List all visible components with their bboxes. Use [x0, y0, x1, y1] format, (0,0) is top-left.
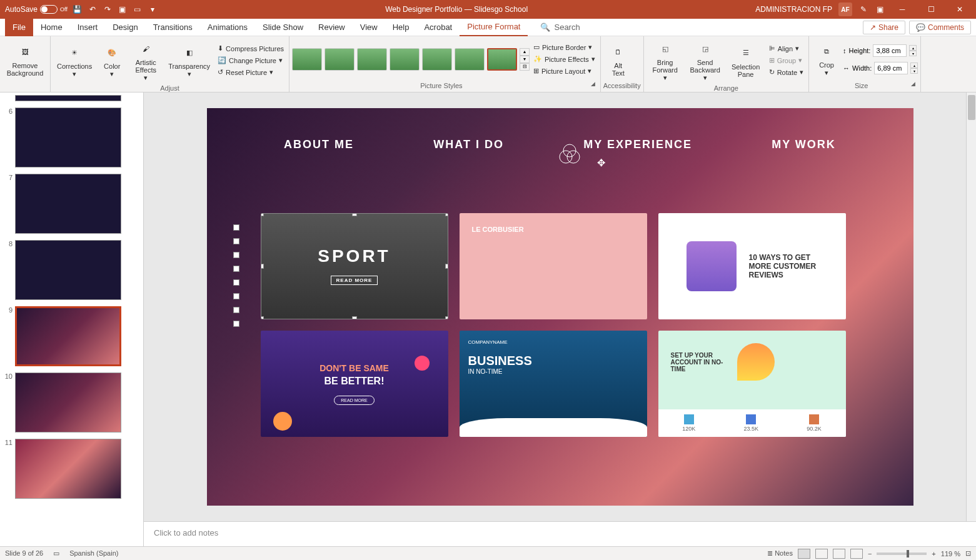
- save-icon[interactable]: 💾: [73, 4, 83, 14]
- alt-text-button[interactable]: 🗒 Alt Text: [603, 41, 633, 78]
- portfolio-card-business[interactable]: COMPANYNAME BUSINESS IN NO-TIME: [460, 331, 647, 437]
- tab-slideshow[interactable]: Slide Show: [255, 19, 311, 36]
- width-input[interactable]: [874, 62, 908, 74]
- zoom-level[interactable]: 119 %: [941, 550, 960, 558]
- artistic-effects-button[interactable]: 🖌 Artistic Effects ▾: [128, 38, 163, 83]
- slide-thumbnail[interactable]: [15, 372, 121, 432]
- undo-icon[interactable]: ↶: [88, 4, 98, 14]
- size-dialog-launcher[interactable]: ◢: [911, 81, 918, 91]
- style-preset[interactable]: [324, 48, 355, 71]
- slide-thumbnail[interactable]: [15, 240, 121, 300]
- zoom-out-button[interactable]: −: [868, 550, 872, 558]
- style-preset-selected[interactable]: [487, 48, 517, 71]
- maximize-button[interactable]: ☐: [920, 0, 942, 19]
- portfolio-card-sport[interactable]: SPORT READ MORE: [261, 213, 448, 319]
- align-button[interactable]: ⊫ Align ▾: [767, 43, 806, 54]
- picture-style-gallery[interactable]: ▴ ▾ ⊟: [292, 48, 530, 71]
- slide-canvas[interactable]: ABOUT ME WHAT I DO MY EXPERIENCE MY WORK…: [207, 108, 913, 506]
- animation-marker[interactable]: [233, 307, 239, 313]
- nav-work[interactable]: MY WORK: [772, 138, 836, 151]
- portfolio-card-space[interactable]: DON'T BE SAME BE BETTER! READ MORE: [261, 331, 448, 437]
- comments-button[interactable]: 💬 Comments: [909, 21, 971, 34]
- transparency-button[interactable]: ◧ Transparency ▾: [164, 41, 214, 79]
- minimize-button[interactable]: ─: [891, 0, 913, 19]
- resize-handle[interactable]: [352, 316, 357, 319]
- slide-thumbnail[interactable]: [15, 439, 121, 499]
- close-button[interactable]: ✕: [948, 0, 971, 19]
- ribbon-display-icon[interactable]: ▣: [875, 4, 885, 14]
- portfolio-card-startup[interactable]: SET UP YOUR ACCOUNT IN NO-TIME 120K 23.5…: [658, 331, 846, 437]
- nav-experience[interactable]: MY EXPERIENCE: [583, 138, 692, 151]
- slideshow-view-button[interactable]: [850, 549, 863, 559]
- gallery-down-button[interactable]: ▾: [520, 56, 530, 63]
- share-button[interactable]: ↗ Share: [863, 21, 905, 34]
- gallery-more-button[interactable]: ⊟: [520, 63, 530, 71]
- height-down[interactable]: ▾: [909, 51, 917, 56]
- resize-handle[interactable]: [261, 213, 264, 216]
- notes-pane[interactable]: Click to add notes: [144, 521, 976, 546]
- style-preset[interactable]: [455, 48, 485, 71]
- crop-button[interactable]: ⧉ Crop ▾: [812, 40, 842, 78]
- animation-marker[interactable]: [233, 252, 239, 258]
- picture-border-button[interactable]: ▭ Picture Border ▾: [531, 42, 598, 52]
- autosave-toggle[interactable]: AutoSave Off: [5, 5, 68, 14]
- slide-thumbnail-panel[interactable]: 6 7 8 9 10 11: [0, 92, 144, 546]
- portfolio-card-reviews[interactable]: 10 WAYS TO GET MORE CUSTOMER REVIEWS: [658, 213, 846, 319]
- send-backward-button[interactable]: ◲ Send Backward ▾: [685, 38, 725, 83]
- resize-handle[interactable]: [352, 213, 357, 216]
- qat-more-icon[interactable]: ▾: [148, 4, 158, 14]
- vertical-scrollbar[interactable]: [966, 92, 976, 521]
- color-button[interactable]: 🎨 Color ▾: [97, 41, 127, 79]
- slide-counter[interactable]: Slide 9 of 26: [5, 549, 43, 558]
- present-icon[interactable]: ▣: [118, 4, 128, 14]
- style-preset[interactable]: [390, 48, 420, 71]
- search-box[interactable]: 🔍 Search: [540, 22, 580, 32]
- animation-marker[interactable]: [233, 238, 239, 244]
- reset-picture-button[interactable]: ↺ Reset Picture ▾: [215, 67, 286, 78]
- corrections-button[interactable]: ☀ Corrections ▾: [53, 41, 96, 79]
- style-preset[interactable]: [357, 48, 387, 71]
- zoom-slider[interactable]: [877, 552, 927, 555]
- width-up[interactable]: ▴: [910, 62, 918, 68]
- tab-transitions[interactable]: Transitions: [146, 19, 200, 36]
- reading-view-button[interactable]: [833, 549, 845, 559]
- notes-toggle[interactable]: ≣ Notes: [767, 549, 793, 558]
- gallery-up-button[interactable]: ▴: [520, 48, 530, 56]
- tab-review[interactable]: Review: [311, 19, 353, 36]
- animation-marker[interactable]: [233, 279, 239, 286]
- redo-icon[interactable]: ↷: [103, 4, 113, 14]
- resize-handle[interactable]: [445, 264, 448, 269]
- slide-thumbnail[interactable]: [15, 174, 121, 234]
- slide-thumbnail-current[interactable]: [15, 306, 121, 366]
- touch-icon[interactable]: ▭: [133, 4, 143, 14]
- animation-marker[interactable]: [233, 321, 239, 327]
- coming-soon-icon[interactable]: ✎: [858, 4, 868, 14]
- resize-handle[interactable]: [261, 264, 264, 269]
- nav-about[interactable]: ABOUT ME: [284, 138, 354, 151]
- selection-pane-button[interactable]: ☰ Selection Pane: [727, 42, 765, 79]
- zoom-in-button[interactable]: +: [932, 550, 935, 558]
- compress-pictures-button[interactable]: ⬇ Compress Pictures: [215, 43, 286, 54]
- slide-thumbnail[interactable]: [15, 108, 121, 168]
- change-picture-button[interactable]: 🔄 Change Picture ▾: [215, 55, 286, 66]
- nav-what[interactable]: WHAT I DO: [433, 138, 504, 151]
- picture-effects-button[interactable]: ✨ Picture Effects ▾: [531, 54, 598, 64]
- resize-handle[interactable]: [445, 316, 448, 319]
- width-down[interactable]: ▾: [910, 68, 918, 74]
- rotate-button[interactable]: ↻ Rotate ▾: [767, 67, 806, 78]
- toggle-switch[interactable]: [40, 5, 58, 14]
- styles-dialog-launcher[interactable]: ◢: [591, 81, 598, 91]
- slide-thumbnail[interactable]: [15, 95, 121, 101]
- user-avatar[interactable]: AF: [838, 2, 852, 16]
- style-preset[interactable]: [292, 48, 322, 71]
- tab-insert[interactable]: Insert: [70, 19, 106, 36]
- picture-layout-button[interactable]: ⊞ Picture Layout ▾: [531, 66, 598, 76]
- bring-forward-button[interactable]: ◱ Bring Forward ▾: [646, 38, 684, 83]
- height-input[interactable]: [873, 44, 907, 57]
- animation-marker[interactable]: [233, 266, 239, 272]
- tab-design[interactable]: Design: [105, 19, 145, 36]
- height-up[interactable]: ▴: [909, 45, 917, 51]
- fit-window-button[interactable]: ⊡: [965, 549, 971, 558]
- remove-background-button[interactable]: 🖼 Remove Background: [3, 41, 48, 78]
- tab-acrobat[interactable]: Acrobat: [416, 19, 460, 36]
